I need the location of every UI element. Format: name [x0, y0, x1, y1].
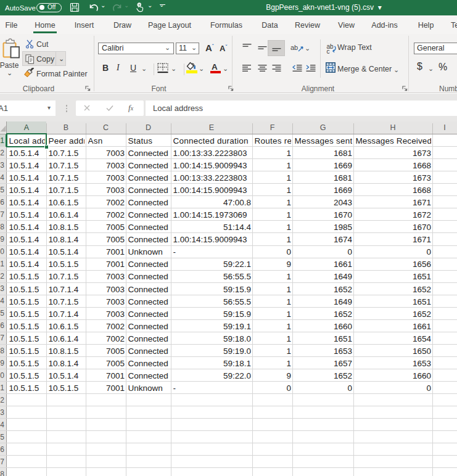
- svg-text:ab: ab: [290, 44, 298, 51]
- svg-text:c: c: [327, 48, 330, 54]
